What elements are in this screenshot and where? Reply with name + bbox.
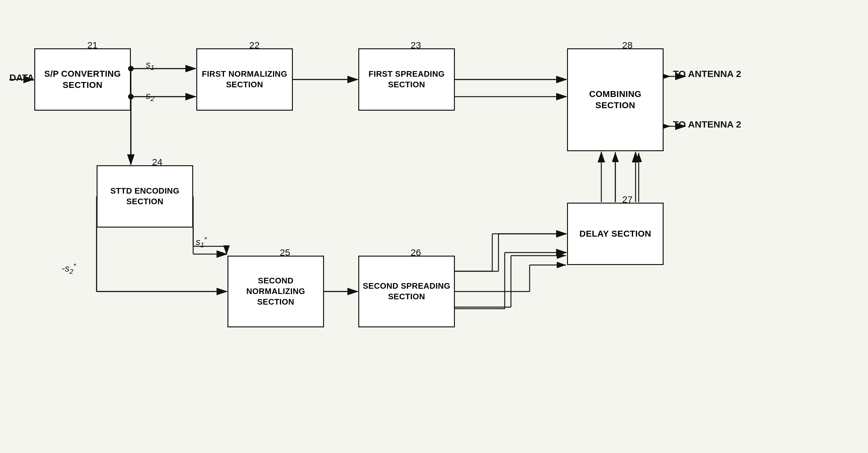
diagram-svg bbox=[0, 0, 868, 453]
block-diagram: S/P CONVERTING SECTION 21 FIRST NORMALIZ… bbox=[0, 0, 868, 453]
